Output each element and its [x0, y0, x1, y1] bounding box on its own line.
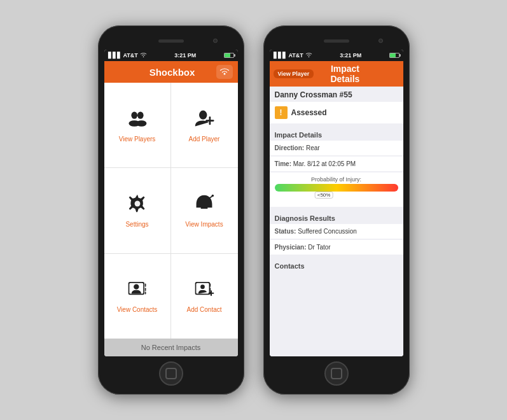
- wifi-icon-1: [140, 52, 147, 59]
- home-button-inner-1: [165, 368, 177, 379]
- view-players-label: View Players: [119, 136, 156, 143]
- svg-point-9: [134, 201, 140, 207]
- grid-item-view-impacts[interactable]: View Impacts: [171, 168, 238, 253]
- probability-marker: <50%: [315, 192, 333, 199]
- settings-icon: [127, 193, 148, 217]
- grid-item-view-players[interactable]: View Players: [104, 83, 171, 168]
- grid-item-view-contacts[interactable]: View Contacts: [104, 254, 171, 339]
- players-icon: [127, 108, 148, 132]
- wifi-icon-2: [305, 52, 312, 59]
- status-left-2: ▋▋▋ AT&T: [274, 52, 312, 59]
- settings-label: Settings: [125, 221, 148, 228]
- assessment-status: Assessed: [291, 108, 327, 117]
- player-name-row: Danny Crossman #55: [270, 87, 403, 102]
- battery-1: [224, 53, 234, 58]
- battery-2: [389, 53, 399, 58]
- broadcast-icon[interactable]: [216, 65, 233, 79]
- diagnosis-header: Diagnosis Results: [270, 212, 403, 224]
- svg-point-4: [136, 120, 146, 127]
- time-card: Time: Mar. 8/12 at 02:05 PM: [270, 157, 403, 171]
- grid-item-add-contact[interactable]: Add Contact: [171, 254, 238, 339]
- nav-header-2: View Player Impact Details: [270, 61, 403, 87]
- screen-1: ▋▋▋ AT&T 3:21 PM Shockbox: [104, 50, 238, 356]
- impact-details-header: Impact Details: [270, 129, 403, 141]
- home-button-2[interactable]: [324, 361, 349, 386]
- battery-fill-1: [225, 53, 231, 57]
- grid-item-add-player[interactable]: Add Player: [171, 83, 238, 168]
- svg-point-2: [137, 111, 144, 118]
- physician-value: Dr Tator: [308, 244, 330, 251]
- contacts-header: Contacts: [270, 260, 403, 272]
- time-2: 3:21 PM: [340, 52, 361, 59]
- speaker-1: [158, 39, 184, 43]
- direction-card: Direction: Rear: [270, 141, 403, 155]
- svg-point-20: [200, 285, 205, 290]
- screen-2: ▋▋▋ AT&T 3:21 PM View Player Impact Deta…: [270, 50, 403, 356]
- phone-top-bar-1: [104, 34, 238, 47]
- app-header-1: Shockbox: [104, 61, 238, 83]
- detail-screen: Danny Crossman #55 ! Assessed Impact Det…: [270, 87, 403, 356]
- carrier-1: AT&T: [123, 52, 138, 59]
- warning-icon: !: [275, 106, 288, 119]
- camera-1: [213, 39, 218, 43]
- battery-fill-2: [390, 53, 396, 57]
- recent-impacts-bar: No Recent Impacts: [104, 339, 238, 356]
- signal-icon-2: ▋▋▋: [274, 52, 287, 59]
- time-label: Time:: [275, 160, 292, 167]
- status-left-1: ▋▋▋ AT&T: [108, 52, 147, 59]
- probability-row: Probability of Injury: <50%: [270, 172, 403, 207]
- diagnosis-section: Diagnosis Results Status: Suffered Concu…: [270, 212, 403, 255]
- time-value: Mar. 8/12 at 02:05 PM: [293, 160, 356, 167]
- probability-label: Probability of Injury:: [275, 176, 398, 183]
- status-right-2: [389, 53, 399, 58]
- contacts-icon: [127, 279, 148, 302]
- helmet-icon: [194, 193, 214, 217]
- status-card: Status: Suffered Concussion: [270, 224, 403, 239]
- view-impacts-label: View Impacts: [185, 221, 223, 228]
- status-value: Suffered Concussion: [298, 228, 357, 235]
- speaker-2: [324, 39, 349, 43]
- direction-label: Direction:: [275, 144, 305, 151]
- status-bar-1: ▋▋▋ AT&T 3:21 PM: [104, 50, 238, 61]
- player-name: Danny Crossman #55: [275, 90, 352, 99]
- app-title-1: Shockbox: [128, 67, 216, 78]
- camera-2: [379, 39, 383, 43]
- nav-title: Impact Details: [316, 64, 373, 84]
- status-bar-2: ▋▋▋ AT&T 3:21 PM: [270, 50, 403, 61]
- add-player-label: Add Player: [189, 136, 220, 143]
- recent-impacts-text: No Recent Impacts: [141, 344, 201, 351]
- add-player-icon: [194, 108, 214, 132]
- phone-top-bar-2: [270, 34, 403, 47]
- view-contacts-label: View Contacts: [117, 306, 158, 313]
- svg-point-0: [223, 73, 225, 75]
- home-button-inner-2: [331, 368, 342, 379]
- home-button-1[interactable]: [159, 361, 183, 386]
- svg-point-1: [131, 111, 137, 118]
- time-1: 3:21 PM: [174, 52, 196, 59]
- physician-card: Physician: Dr Tator: [270, 240, 403, 255]
- status-right-1: [224, 53, 234, 58]
- phone-1: ▋▋▋ AT&T 3:21 PM Shockbox: [98, 25, 244, 395]
- add-contact-label: Add Contact: [186, 306, 221, 313]
- direction-value: Rear: [306, 144, 320, 151]
- svg-point-14: [134, 284, 139, 290]
- add-contact-icon: [194, 279, 214, 302]
- svg-point-11: [212, 195, 214, 197]
- grid-item-settings[interactable]: Settings: [104, 168, 171, 253]
- phone-2: ▋▋▋ AT&T 3:21 PM View Player Impact Deta…: [263, 25, 410, 395]
- main-grid-1: View Players Add Player: [104, 83, 238, 339]
- carrier-2: AT&T: [289, 52, 303, 59]
- physician-label: Physician:: [275, 244, 307, 251]
- status-label: Status:: [275, 228, 296, 235]
- probability-bar: <50%: [275, 184, 398, 192]
- contacts-section: Contacts: [270, 260, 403, 272]
- back-button[interactable]: View Player: [274, 69, 314, 78]
- assessed-row: ! Assessed: [270, 102, 403, 123]
- svg-point-5: [199, 110, 207, 119]
- signal-icon-1: ▋▋▋: [108, 52, 122, 59]
